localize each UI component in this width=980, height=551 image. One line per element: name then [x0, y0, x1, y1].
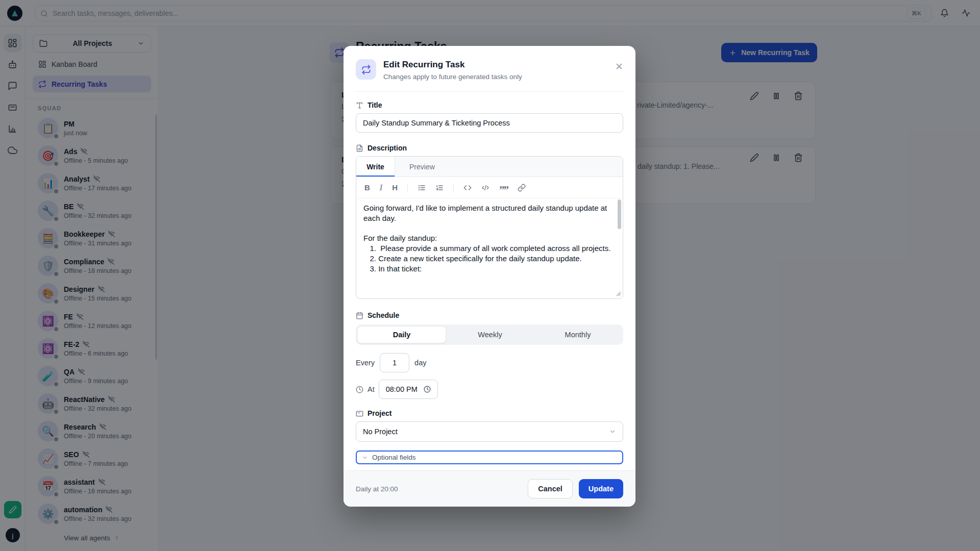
- modal-header: Edit Recurring Task Changes apply to fut…: [344, 46, 635, 91]
- clock-icon: [356, 386, 363, 393]
- tab-write[interactable]: Write: [356, 157, 395, 177]
- quote-icon[interactable]: ””: [499, 183, 508, 192]
- cancel-button[interactable]: Cancel: [528, 479, 573, 498]
- chevron-down-icon: [609, 428, 616, 435]
- italic-icon[interactable]: I: [380, 183, 382, 192]
- code-icon[interactable]: [463, 184, 472, 192]
- project-field-label: Project: [356, 409, 623, 417]
- modal-subtitle: Changes apply to future generated tasks …: [383, 73, 522, 81]
- optional-fields-label: Optional fields: [372, 454, 416, 461]
- schedule-summary: Daily at 20:00: [356, 485, 398, 493]
- heading-icon[interactable]: H: [392, 183, 398, 192]
- code-block-icon[interactable]: [481, 184, 489, 192]
- divider: [453, 183, 454, 192]
- interval-row: Every 1 day: [356, 353, 623, 372]
- optional-fields-toggle[interactable]: Optional fields: [356, 450, 623, 464]
- interval-unit-label: day: [414, 359, 426, 367]
- bullet-list-icon[interactable]: [418, 184, 426, 192]
- title-field-label: Title: [356, 101, 623, 109]
- time-row: At 08:00 PM: [356, 380, 623, 399]
- project-select-value: No Project: [363, 428, 398, 436]
- link-icon[interactable]: [518, 184, 526, 192]
- textarea-scrollbar[interactable]: [618, 199, 621, 229]
- modal-footer: Daily at 20:00 Cancel Update: [344, 470, 635, 507]
- modal-title: Edit Recurring Task: [383, 59, 522, 70]
- project-select[interactable]: No Project: [356, 421, 623, 442]
- type-icon: [356, 102, 363, 109]
- modal-repeat-icon: [356, 59, 376, 80]
- every-label: Every: [356, 359, 375, 367]
- edit-recurring-task-modal: Edit Recurring Task Changes apply to fut…: [344, 46, 635, 507]
- editor-toolbar: B I H ””: [356, 177, 623, 198]
- chevron-down-icon: [362, 455, 368, 461]
- markdown-editor: Write Preview B I H ”” Going forward, I'…: [356, 156, 623, 299]
- divider: [356, 91, 623, 92]
- tab-weekly[interactable]: Weekly: [446, 326, 534, 343]
- calendar-icon: [356, 312, 363, 319]
- editor-tabbar: Write Preview: [356, 157, 623, 177]
- at-label: At: [368, 385, 375, 393]
- description-textarea[interactable]: Going forward, I'd like to implement a s…: [356, 198, 623, 298]
- tab-daily[interactable]: Daily: [357, 326, 446, 343]
- time-input[interactable]: 08:00 PM: [379, 380, 438, 399]
- title-input[interactable]: [356, 113, 623, 133]
- bold-icon[interactable]: B: [364, 183, 370, 192]
- ordered-list-icon[interactable]: [435, 184, 444, 192]
- interval-input[interactable]: 1: [380, 353, 409, 372]
- project-folder-icon: [356, 410, 363, 417]
- schedule-field-label: Schedule: [356, 311, 623, 319]
- clock-icon: [424, 386, 431, 393]
- close-icon[interactable]: ✕: [612, 59, 626, 73]
- time-value: 08:00 PM: [386, 385, 418, 393]
- divider: [407, 183, 408, 192]
- tab-preview[interactable]: Preview: [395, 157, 449, 177]
- schedule-frequency-tabs: Daily Weekly Monthly: [356, 324, 623, 345]
- document-icon: [356, 144, 363, 152]
- tab-monthly[interactable]: Monthly: [534, 326, 622, 343]
- resize-handle[interactable]: [616, 291, 621, 297]
- update-button[interactable]: Update: [579, 479, 623, 498]
- description-field-label: Description: [356, 144, 623, 152]
